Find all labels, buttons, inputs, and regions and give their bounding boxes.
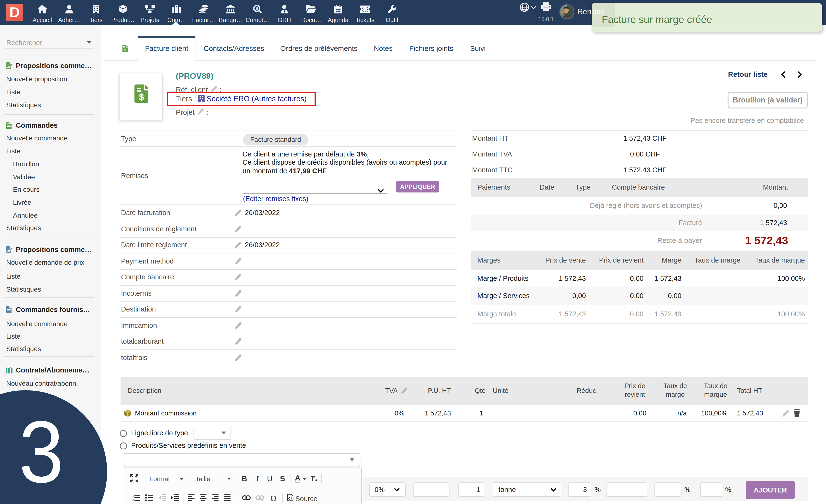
svg-text:$: $ [124,48,126,52]
svg-text:1: 1 [132,494,134,498]
svg-text:$: $ [255,6,258,11]
svg-text:$: $ [139,92,144,102]
svg-text:2: 2 [132,498,134,501]
